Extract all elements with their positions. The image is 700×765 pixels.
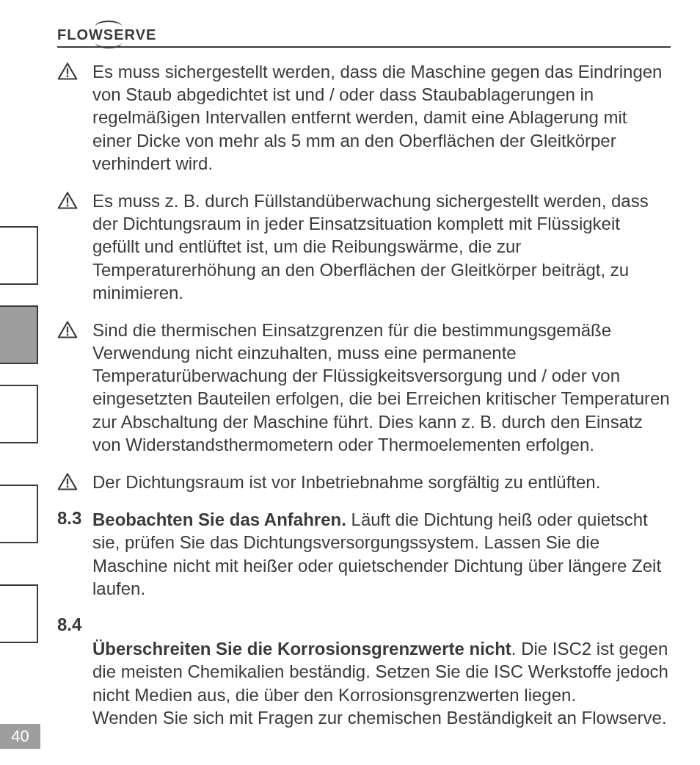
warning-block: Sind die thermischen Einsatzgrenzen für … [57, 319, 671, 456]
section-block: 8.4 Überschreiten Sie die Korrosionsgren… [57, 614, 671, 729]
warning-block: Es muss sichergestellt werden, dass die … [57, 60, 671, 175]
page-content: Es muss sichergestellt werden, dass die … [57, 60, 671, 744]
warning-text: Es muss sichergestellt werden, dass die … [92, 60, 671, 175]
warning-icon [57, 319, 92, 339]
svg-point-5 [67, 333, 69, 336]
section-number: 8.4 [57, 614, 92, 635]
section-heading: Überschreiten Sie die Korrosionsgrenzwer… [92, 639, 511, 659]
section-number: 8.3 [57, 508, 92, 529]
warning-icon [57, 60, 92, 81]
warning-text: Es muss z. B. durch Füllstandüberwachung… [92, 189, 671, 304]
page-number: 40 [0, 724, 40, 749]
side-tab-4 [0, 485, 38, 543]
svg-point-3 [67, 205, 69, 207]
page-header: FLOWSERVE [57, 26, 671, 48]
warning-block: Der Dichtungsraum ist vor Inbetriebnahme… [57, 471, 671, 493]
side-tab-1 [0, 226, 38, 285]
side-tab-3 [0, 385, 38, 443]
section-text: Beobachten Sie das Anfahren. Läuft die D… [92, 508, 671, 600]
section-heading: Beobachten Sie das Anfahren. [92, 510, 346, 529]
warning-text: Der Dichtungsraum ist vor Inbetriebnahme… [92, 471, 671, 493]
section-text: Überschreiten Sie die Korrosionsgrenzwer… [92, 614, 671, 729]
logo-swoosh-bottom [95, 37, 122, 48]
logo-swoosh-top [95, 21, 122, 32]
warning-text: Sind die thermischen Einsatzgrenzen für … [92, 319, 671, 456]
section-block: 8.3 Beobachten Sie das Anfahren. Läuft d… [57, 508, 671, 600]
warning-icon [57, 471, 92, 491]
document-page: FLOWSERVE 40 Es muss sichergestellt werd… [0, 0, 700, 765]
warning-icon [57, 189, 92, 210]
side-tab-2-active [0, 305, 38, 364]
warning-block: Es muss z. B. durch Füllstandüberwachung… [57, 189, 671, 304]
side-tab-5 [0, 584, 38, 643]
svg-point-7 [67, 486, 69, 488]
svg-point-1 [67, 76, 69, 78]
flowserve-logo: FLOWSERVE [57, 26, 156, 43]
